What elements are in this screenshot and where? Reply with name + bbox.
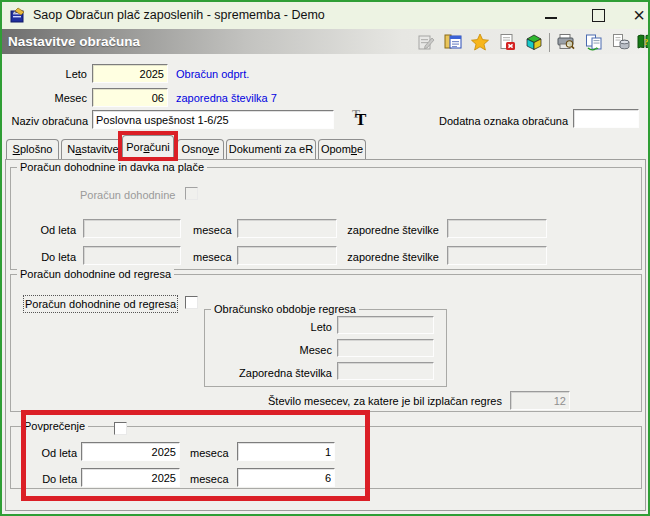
g1-od-meseca-label: meseca — [193, 223, 232, 237]
g1-do-zap-label: zaporedne številke — [347, 250, 439, 264]
panel-header: Nastavitve obračuna — [2, 29, 648, 54]
leto-status: Obračun odprt. — [176, 67, 249, 81]
g1-od-meseca-input — [237, 219, 337, 238]
minimize-button[interactable] — [540, 5, 562, 27]
group-obdobje-title: Obračunsko obdobje regresa — [211, 303, 359, 316]
regres-zap-input — [337, 362, 434, 380]
annotation-poracuni-tab — [118, 131, 178, 161]
naziv-input[interactable] — [92, 110, 334, 129]
g1-do-zap-input — [447, 246, 547, 265]
print-preview-icon[interactable] — [556, 33, 576, 51]
dodatna-input[interactable] — [573, 109, 639, 128]
g1-od-leta-input — [83, 219, 181, 238]
poracun-dohodnine-label: Poračun dohodnine — [80, 188, 172, 202]
panel-title: Nastavitve obračuna — [8, 29, 140, 54]
window-title: Saop Obračun plač zaposlenih - sprememba… — [33, 2, 325, 29]
svg-text:?: ? — [644, 37, 649, 47]
title-bar: Saop Obračun plač zaposlenih - sprememba… — [2, 2, 648, 29]
poracun-dohodnine-checkbox — [185, 187, 198, 200]
g1-do-meseca-label: meseca — [193, 250, 232, 264]
maximize-button[interactable] — [587, 5, 609, 27]
edit-record-icon — [416, 33, 436, 51]
close-button[interactable] — [628, 5, 650, 27]
tab-opombe[interactable]: Opombe — [318, 139, 366, 159]
g1-do-leta-input — [83, 246, 181, 265]
tab-dokumenti-za-er[interactable]: Dokumenti za eR — [226, 139, 316, 159]
regres-mesec-label: Mesec — [262, 343, 332, 357]
font-button[interactable]: T T — [349, 107, 371, 129]
mesec-label: Mesec — [42, 91, 87, 105]
copy-refresh-icon[interactable] — [584, 33, 604, 51]
app-window: Saop Obračun plač zaposlenih - sprememba… — [0, 0, 650, 516]
tab-splosno[interactable]: Splošno — [6, 139, 59, 159]
app-icon — [9, 7, 26, 24]
dodatna-label: Dodatna oznaka obračuna — [432, 114, 568, 128]
poracun-regres-checkbox[interactable] — [185, 296, 198, 309]
delete-document-icon[interactable] — [497, 33, 517, 51]
favorites-star-icon[interactable] — [470, 33, 490, 51]
mesec-status: zaporedna številka 7 — [176, 91, 277, 105]
data-export-icon[interactable] — [611, 33, 631, 51]
records-list-icon[interactable] — [443, 33, 463, 51]
regres-leto-input — [337, 316, 434, 334]
help-book-icon[interactable]: ? — [635, 33, 650, 51]
regres-zap-label: Zaporedna številka — [217, 366, 332, 380]
cube-icon[interactable] — [524, 33, 544, 51]
tab-osnove[interactable]: Osnove — [177, 139, 224, 159]
months-paid-label: Število mesecev, za katere je bil izplač… — [202, 394, 502, 408]
group-regres-title: Poračun dohodnine od regresa — [17, 268, 174, 281]
naziv-label: Naziv obračuna — [10, 114, 88, 128]
leto-input[interactable] — [92, 64, 168, 83]
annotation-povprecenje — [21, 410, 370, 501]
regres-mesec-input — [337, 339, 434, 357]
g1-od-zap-label: zaporedne številke — [347, 223, 439, 237]
months-paid-input — [510, 391, 570, 410]
poracun-regres-label: Poračun dohodnine od regresa — [25, 297, 176, 311]
g1-do-leta-label: Do leta — [32, 250, 76, 264]
g1-do-meseca-input — [237, 246, 337, 265]
g1-od-zap-input — [447, 219, 547, 238]
mesec-input[interactable] — [92, 88, 168, 107]
group-dohodnina-title: Poračun dohodnine in davka na plače — [17, 161, 207, 174]
regres-leto-label: Leto — [262, 320, 332, 334]
leto-label: Leto — [42, 67, 87, 81]
toolbar-divider — [549, 33, 550, 52]
g1-od-leta-label: Od leta — [32, 223, 76, 237]
tab-nastavitve[interactable]: Nastavitve — [61, 139, 125, 159]
